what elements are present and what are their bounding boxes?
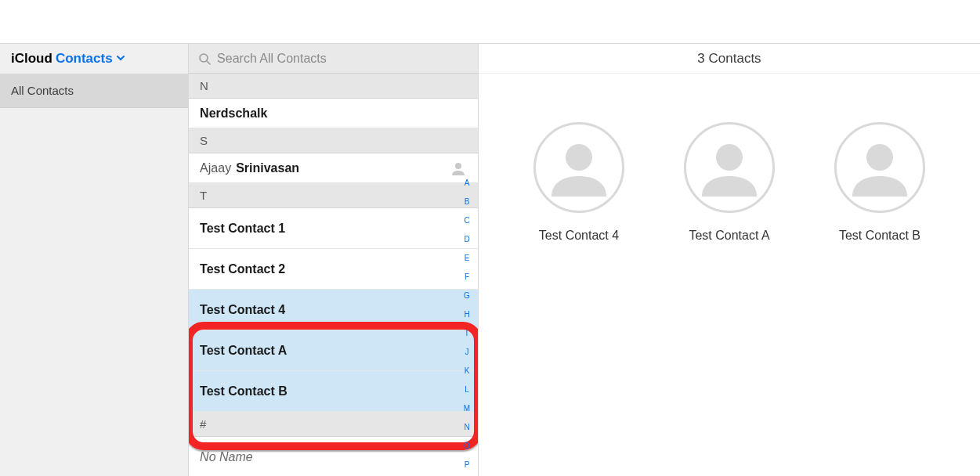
svg-point-2 bbox=[455, 163, 461, 169]
alpha-C[interactable]: C bbox=[459, 211, 475, 230]
alpha-E[interactable]: E bbox=[459, 249, 475, 268]
contact-row-test4[interactable]: Test Contact 4 bbox=[189, 290, 478, 330]
contact-last: Nerdschalk bbox=[200, 106, 267, 121]
contact-row-testA[interactable]: Test Contact A bbox=[189, 330, 478, 371]
svg-point-4 bbox=[716, 144, 743, 171]
contact-first: Ajaay bbox=[200, 161, 231, 175]
sidebar: iCloud Contacts All Contacts bbox=[0, 44, 189, 476]
alpha-H[interactable]: H bbox=[459, 305, 475, 324]
selected-name: Test Contact A bbox=[689, 229, 769, 243]
contact-name: No Name bbox=[200, 450, 253, 464]
alpha-F[interactable]: F bbox=[459, 268, 475, 287]
chevron-down-icon bbox=[116, 51, 125, 67]
selected-name: Test Contact B bbox=[839, 229, 920, 243]
alpha-index[interactable]: A B C D E F G H I J K L M N O P Q bbox=[459, 174, 475, 476]
search-icon bbox=[198, 52, 211, 65]
selected-card-1[interactable]: Test Contact A bbox=[682, 122, 776, 243]
alpha-O[interactable]: O bbox=[459, 437, 475, 456]
contact-list: N Nerdschalk S Ajaay Srinivasan T Test C… bbox=[189, 74, 478, 476]
svg-point-5 bbox=[866, 144, 893, 171]
detail-pane: 3 Contacts Test Contact 4 Test Contact A… bbox=[479, 44, 980, 476]
brand-service: iCloud bbox=[11, 51, 52, 67]
search-bar[interactable] bbox=[189, 44, 478, 74]
app-switcher[interactable]: iCloud Contacts bbox=[0, 44, 188, 74]
alpha-M[interactable]: M bbox=[459, 399, 475, 418]
alpha-D[interactable]: D bbox=[459, 230, 475, 249]
contact-row-srinivasan[interactable]: Ajaay Srinivasan bbox=[189, 153, 478, 183]
alpha-P[interactable]: P bbox=[459, 456, 475, 474]
contact-row-nerdschalk[interactable]: Nerdschalk bbox=[189, 99, 478, 128]
selected-contacts-cards: Test Contact 4 Test Contact A Test Conta… bbox=[479, 74, 980, 243]
avatar bbox=[834, 122, 925, 213]
selected-card-0[interactable]: Test Contact 4 bbox=[532, 122, 626, 243]
selected-name: Test Contact 4 bbox=[539, 229, 619, 243]
contact-row-noname[interactable]: No Name bbox=[189, 437, 478, 476]
main-area: iCloud Contacts All Contacts N Nerdschal… bbox=[0, 43, 980, 476]
sidebar-item-all-contacts[interactable]: All Contacts bbox=[0, 74, 188, 108]
alpha-I[interactable]: I bbox=[459, 324, 475, 343]
alpha-G[interactable]: G bbox=[459, 287, 475, 305]
selection-count: 3 Contacts bbox=[479, 44, 980, 74]
section-header-T: T bbox=[189, 183, 478, 208]
alpha-L[interactable]: L bbox=[459, 380, 475, 399]
avatar bbox=[533, 122, 624, 213]
alpha-A[interactable]: A bbox=[459, 174, 475, 193]
contact-name: Test Contact 4 bbox=[200, 303, 285, 317]
contact-last: Srinivasan bbox=[236, 161, 299, 175]
contact-row-testB[interactable]: Test Contact B bbox=[189, 371, 478, 412]
alpha-J[interactable]: J bbox=[459, 343, 475, 362]
section-header-N: N bbox=[189, 74, 478, 99]
section-header-S: S bbox=[189, 128, 478, 153]
contact-list-column: N Nerdschalk S Ajaay Srinivasan T Test C… bbox=[189, 44, 479, 476]
section-header-hash: # bbox=[189, 412, 478, 437]
contact-name: Test Contact 2 bbox=[200, 262, 285, 276]
alpha-B[interactable]: B bbox=[459, 193, 475, 211]
contact-name: Test Contact A bbox=[200, 344, 287, 358]
alpha-K[interactable]: K bbox=[459, 362, 475, 380]
contact-row-test2[interactable]: Test Contact 2 bbox=[189, 249, 478, 290]
brand-app: Contacts bbox=[56, 51, 125, 67]
sidebar-item-label: All Contacts bbox=[11, 84, 74, 97]
contact-row-test1[interactable]: Test Contact 1 bbox=[189, 208, 478, 249]
selected-card-2[interactable]: Test Contact B bbox=[833, 122, 927, 243]
search-input[interactable] bbox=[217, 52, 468, 66]
svg-line-1 bbox=[207, 61, 210, 64]
avatar bbox=[684, 122, 775, 213]
svg-point-3 bbox=[566, 144, 592, 171]
window-top-strip bbox=[0, 0, 980, 43]
contact-name: Test Contact B bbox=[200, 384, 287, 398]
contact-name: Test Contact 1 bbox=[200, 222, 285, 236]
alpha-N[interactable]: N bbox=[459, 418, 475, 437]
